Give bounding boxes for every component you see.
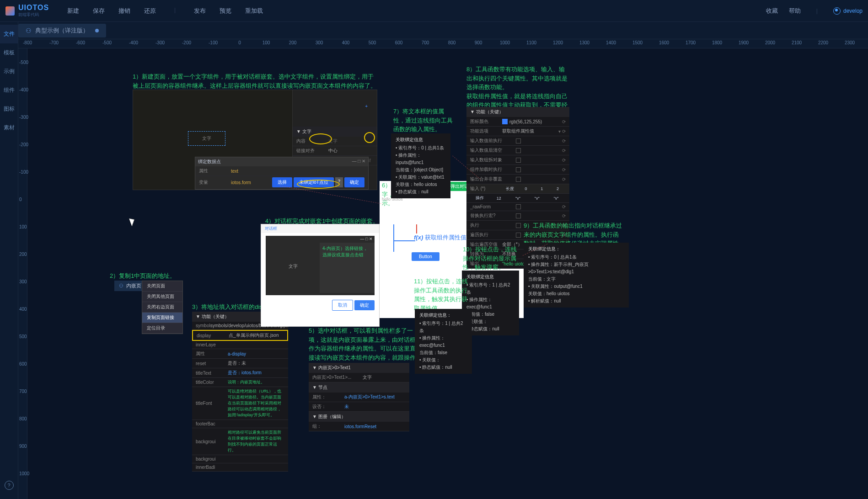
menu-new[interactable]: 新建: [67, 7, 79, 15]
btn-confirm[interactable]: 确定: [354, 300, 375, 310]
info-panel-11: 关联绑定信息：• 索引序号：1 | 总共2条• 操作属性：exec@func1 …: [415, 309, 472, 374]
header-right: 收藏 帮助 | develop: [766, 7, 863, 15]
menu-reload[interactable]: 重加载: [245, 7, 263, 15]
app-header: UIOTOS 前端零代码 新建 保存 撤销 还原 | 发布 预览 重加载 收藏 …: [0, 0, 868, 22]
fx-icon: f(x): [414, 234, 423, 241]
user-icon: [833, 7, 841, 15]
panel-5-props: ▼ 内嵌页>0>Text1 内嵌页>0>Text1>...文字 ▼ 节点属性：a…: [309, 363, 409, 431]
tab-example[interactable]: ⚇ 典型示例（详注版）: [18, 24, 106, 37]
context-menu: 关闭页面 关闭其他页面 关闭右边页面 复制页面链接 定位目录: [142, 281, 183, 334]
tab-bar: ⚇ 典型示例（详注版）: [0, 22, 868, 39]
menu-redo[interactable]: 还原: [144, 7, 156, 15]
info-panel-9: 关联绑定信息：• 索引序号：0 | 总共1条• 操作属性：新手示例_内嵌页>0>…: [524, 243, 629, 308]
annotation-11: 11）按钮点击，连线操作工具函数的执行属性，触发其执行获取属性值。: [414, 277, 469, 313]
sidebar-templates[interactable]: 模板: [0, 43, 18, 62]
link-favorites[interactable]: 收藏: [766, 7, 778, 15]
sidebar-examples[interactable]: 示例: [0, 62, 18, 81]
info-panel-7: 关联绑定信息• 索引序号：0 | 总共1条• 操作属性：inputs@func1…: [391, 133, 450, 198]
menu-separator-2: |: [816, 8, 818, 14]
panel-3-props: ▼ 功能（关键）symbolsymbols/develop/uiotos/bas…: [192, 312, 288, 472]
annotation-10: 10）按钮点击，连线操作对话框的显示属性，触发弹窗。: [463, 245, 518, 272]
sidebar-files[interactable]: 文件: [0, 25, 18, 43]
annotation-7: 7）将文本框的值属性，通过连线指向工具函数的输入属性。: [393, 107, 453, 134]
tab-label: 典型示例（详注版）: [35, 27, 89, 35]
logo: UIOTOS 前端零代码: [5, 4, 49, 18]
canvas-content[interactable]: 1）新建页面，放置一个文字组件，用于被对话框嵌套。选中文字组件，设置属性绑定，用…: [27, 48, 868, 499]
panel-4-dialog: 对话框 — □ ✕ 4-内嵌页）选择链接，选择设或直接点击链 文字 取消 确定: [261, 224, 380, 327]
user-menu[interactable]: develop: [833, 7, 863, 15]
ctx-close-others[interactable]: 关闭其他页面: [142, 292, 182, 302]
text-component-placeholder[interactable]: 文字: [188, 131, 225, 146]
canvas-area[interactable]: -800-700-600-500-400-300-200-10001002003…: [18, 39, 868, 499]
tab-tree-icon: ⚇: [26, 27, 32, 34]
user-name: develop: [843, 8, 863, 14]
highlight-circle-3: [297, 180, 340, 189]
cursor-icon: [129, 217, 136, 226]
left-sidebar: 文件 模板 示例 组件 图标 素材 ?: [0, 22, 18, 499]
btn-cancel[interactable]: 取消: [332, 300, 353, 311]
logo-icon: [5, 6, 15, 16]
menu-undo[interactable]: 撤销: [118, 7, 130, 15]
logo-subtitle: 前端零代码: [18, 12, 49, 18]
main-menu: 新建 保存 撤销 还原 | 发布 预览 重加载: [67, 7, 263, 15]
ctx-close-right[interactable]: 关闭右边页面: [142, 302, 182, 313]
sidebar-components[interactable]: 组件: [0, 81, 18, 100]
logo-text: UIOTOS: [18, 4, 49, 11]
annotation-1: 1）新建页面，放置一个文字组件，用于被对话框嵌套。选中文字组件，设置属性绑定，用…: [133, 72, 380, 90]
highlight-circle-1: [309, 133, 332, 144]
ruler-horizontal: -800-700-600-500-400-300-200-10001002003…: [18, 39, 868, 48]
sidebar-help-icon[interactable]: ?: [5, 481, 14, 490]
sub-tab[interactable]: 对话框: [261, 224, 379, 233]
menu-separator: |: [174, 7, 176, 15]
highlight-circle-2: [364, 132, 375, 143]
panel-1-editor: 文字 + ▼ 文字 内容文字 链接对齐中心 字体12px Arial, sans…: [133, 90, 377, 190]
link-help[interactable]: 帮助: [789, 7, 801, 15]
btn-confirm-bind[interactable]: 确定: [344, 177, 364, 187]
fx-node[interactable]: f(x) 获取组件属性值: [414, 234, 466, 242]
menu-publish[interactable]: 发布: [194, 7, 206, 15]
sidebar-assets[interactable]: 素材: [0, 118, 18, 137]
sidebar-icons[interactable]: 图标: [0, 100, 18, 118]
annotation-2: 2）复制1中页面的地址。: [110, 271, 176, 281]
menu-save[interactable]: 保存: [93, 7, 105, 15]
annotation-4b: 4-内嵌页）选择链接，选择设或直接点击链: [320, 243, 375, 293]
ctx-locate[interactable]: 定位目录: [142, 323, 182, 334]
ctx-close[interactable]: 关闭页面: [142, 281, 182, 292]
ctx-copy-link[interactable]: 复制页面链接: [142, 313, 182, 323]
dialog-close-icon[interactable]: — □ ✕: [352, 159, 365, 165]
binding-dialog: 绑定数据点 — □ ✕ 属性text 变量iotos.form 选择 未绑定Io…: [195, 157, 369, 190]
menu-preview[interactable]: 预览: [220, 7, 231, 15]
tab-modified-dot: [95, 29, 99, 32]
ruler-vertical: -500-400-300-200-10001002003004005006007…: [18, 48, 27, 499]
button-node[interactable]: Button: [412, 252, 439, 261]
